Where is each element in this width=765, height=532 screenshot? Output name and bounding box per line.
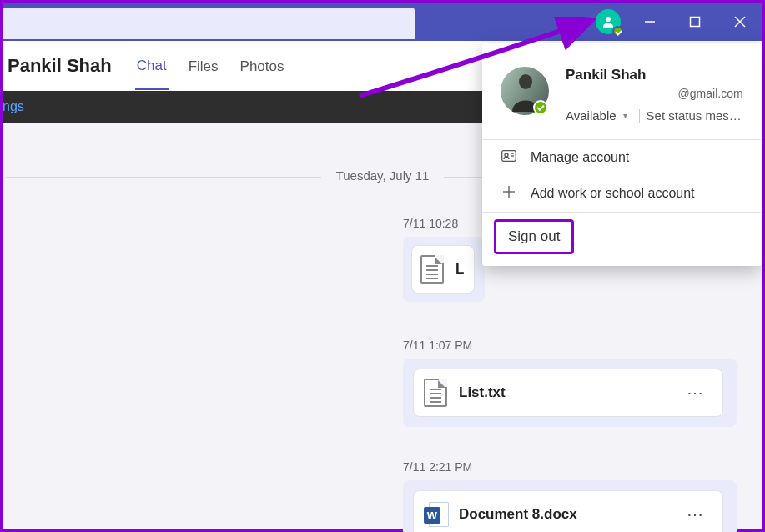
minimize-icon [644, 16, 656, 28]
message-item: 7/11 2:21 PM W Document 8.docx ⋯ [403, 460, 737, 532]
sign-out-label: Sign out [508, 228, 560, 244]
message-item: 7/11 10:28 L [403, 217, 485, 302]
message-timestamp: 7/11 1:07 PM [403, 339, 737, 352]
account-info: Pankil Shah @gmail.com Available ▾ Set s… [566, 67, 747, 123]
maximize-icon [689, 16, 701, 28]
file-card[interactable]: W Document 8.docx ⋯ [413, 490, 723, 532]
account-status-row: Available ▾ Set status mess… [566, 108, 747, 123]
minimize-button[interactable] [627, 3, 672, 41]
file-attachment-bubble: L [403, 237, 485, 302]
chevron-down-icon: ▾ [623, 111, 627, 120]
account-name: Pankil Shah [566, 67, 747, 83]
account-header: Pankil Shah @gmail.com Available ▾ Set s… [482, 43, 762, 139]
app-window: ⋯ Pankil Shah Chat Files Photos ngs [0, 0, 765, 532]
add-account-label: Add work or school account [531, 186, 695, 201]
vertical-divider [639, 109, 640, 123]
file-card[interactable]: List.txt ⋯ [413, 369, 723, 417]
file-more-button[interactable]: ⋯ [682, 379, 709, 406]
id-card-icon [501, 150, 517, 165]
presence-badge-available-icon [612, 26, 623, 37]
message-timestamp: 7/11 10:28 [403, 217, 485, 230]
file-name: Document 8.docx [459, 506, 682, 523]
file-more-button[interactable]: ⋯ [682, 501, 709, 528]
add-account-item[interactable]: Add work or school account [482, 175, 762, 212]
word-file-icon: W [424, 500, 447, 529]
message-item: 7/11 1:07 PM List.txt ⋯ [403, 339, 737, 427]
file-card[interactable]: L [411, 245, 475, 294]
close-icon [734, 16, 746, 28]
file-name: L [455, 261, 466, 278]
sign-out-row: Sign out [482, 213, 762, 263]
file-attachment-bubble: W Document 8.docx ⋯ [403, 480, 737, 532]
title-bar: ⋯ [3, 3, 762, 41]
svg-point-0 [606, 17, 611, 22]
date-separator-text: Tuesday, July 11 [321, 168, 445, 183]
close-button[interactable] [717, 3, 762, 41]
tab-chat[interactable]: Chat [135, 43, 169, 90]
message-timestamp: 7/11 2:21 PM [403, 460, 737, 474]
manage-account-item[interactable]: Manage account [482, 140, 762, 175]
text-file-icon [420, 255, 444, 284]
svg-point-7 [505, 153, 508, 157]
settings-banner-text: ngs [3, 99, 24, 114]
plus-icon [501, 185, 517, 202]
file-name: List.txt [459, 384, 682, 401]
more-options-button[interactable]: ⋯ [557, 3, 591, 41]
presence-status-button[interactable]: Available [566, 108, 617, 123]
contact-name: Pankil Shah [8, 55, 112, 77]
set-status-message-button[interactable]: Set status mess… [647, 108, 747, 123]
sign-out-button[interactable]: Sign out [494, 219, 574, 254]
tab-files[interactable]: Files [187, 43, 220, 88]
file-attachment-bubble: List.txt ⋯ [403, 359, 737, 427]
account-presence-badge-icon [533, 100, 548, 115]
account-email: @gmail.com [566, 87, 747, 100]
account-menu-popup: Pankil Shah @gmail.com Available ▾ Set s… [482, 43, 762, 266]
svg-rect-2 [691, 18, 700, 27]
maximize-button[interactable] [672, 3, 717, 41]
manage-account-label: Manage account [531, 150, 629, 165]
window-controls [627, 3, 762, 41]
svg-point-5 [519, 74, 532, 89]
text-file-icon [424, 379, 447, 407]
command-bar-region[interactable] [3, 8, 415, 39]
tab-photos[interactable]: Photos [239, 43, 286, 88]
